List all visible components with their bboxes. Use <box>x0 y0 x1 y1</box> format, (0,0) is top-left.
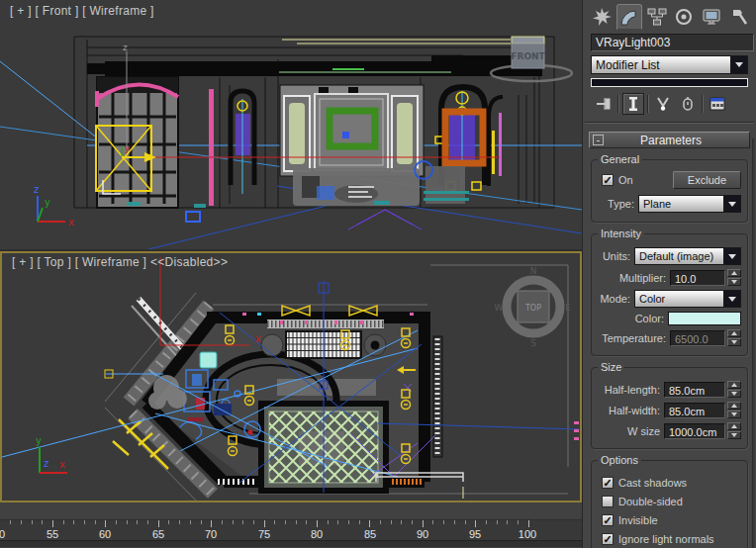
type-label: Type: <box>598 198 638 210</box>
units-label: Units: <box>598 250 634 262</box>
group-options: Options ✓ Cast shadows Double-sided ✓ In… <box>591 460 748 548</box>
motion-icon <box>673 6 695 28</box>
svg-text:z: z <box>44 458 48 469</box>
invisible-checkbox[interactable]: ✓ <box>602 514 614 526</box>
double-sided-checkbox[interactable] <box>602 496 614 507</box>
ruler-label: 90 <box>417 528 428 540</box>
chevron-down-icon[interactable] <box>723 291 740 307</box>
svg-text:y: y <box>45 197 50 208</box>
tab-create[interactable] <box>589 4 615 30</box>
display-icon <box>701 6 722 28</box>
tab-utilities[interactable] <box>725 4 752 30</box>
color-label: Color: <box>598 313 668 324</box>
viewport-top-label[interactable]: [ + ] [ Top ] [ Wireframe ] <<Disabled>> <box>12 255 228 269</box>
timeline-area: 0556065707580859095100 <box>0 502 582 548</box>
pin-stack-icon[interactable] <box>593 93 614 115</box>
ruler-tick <box>518 520 519 524</box>
tab-modify[interactable] <box>616 4 643 30</box>
rollout-title: Parameters <box>607 134 749 147</box>
exclude-button[interactable]: Exclude <box>673 171 741 189</box>
type-dropdown[interactable]: Plane <box>638 195 741 213</box>
multiplier-field[interactable]: 10.0 <box>670 270 725 286</box>
chevron-down-icon[interactable] <box>723 248 740 264</box>
time-slider-track[interactable] <box>0 502 582 520</box>
svg-text:S: S <box>530 338 536 348</box>
command-panel-tabs <box>583 0 756 30</box>
viewport-top[interactable]: [ + ] [ Top ] [ Wireframe ] <<Disabled>> <box>0 251 582 502</box>
ruler-tick <box>391 520 392 524</box>
on-label: On <box>618 174 633 186</box>
half-length-label: Half-length: <box>598 384 664 396</box>
svg-text:E: E <box>565 303 571 313</box>
front-axis-tripod: z x y <box>34 184 74 228</box>
viewcube-top-label[interactable]: TOP <box>524 304 541 313</box>
light-color-swatch[interactable] <box>668 312 741 325</box>
chevron-down-icon[interactable] <box>723 196 740 212</box>
viewcube-front-label[interactable]: FRONT <box>511 51 545 61</box>
ruler-tick <box>179 520 180 524</box>
tab-display[interactable] <box>699 4 725 30</box>
object-name-input[interactable] <box>591 34 754 51</box>
temperature-field[interactable]: 6500.0 <box>670 330 725 346</box>
ruler-tick <box>84 520 85 524</box>
ruler-label: 80 <box>311 528 323 540</box>
half-width-field[interactable]: 85.0cm <box>664 403 725 418</box>
make-unique-icon[interactable] <box>652 93 674 115</box>
ruler-tick <box>528 520 529 527</box>
viewport-front[interactable]: [ + ] [ Front ] [ Wireframe ] <box>0 0 582 251</box>
units-dropdown[interactable]: Default (image) <box>634 247 741 265</box>
ruler-tick <box>497 520 498 524</box>
svg-text:N: N <box>530 266 537 276</box>
ruler-tick <box>369 520 370 527</box>
w-size-field[interactable]: 1000.0cm <box>664 423 725 439</box>
ruler-tick <box>432 520 433 524</box>
ruler-tick <box>317 520 318 527</box>
tab-motion[interactable] <box>671 4 698 30</box>
modifier-stack-list[interactable] <box>591 78 748 87</box>
half-length-field[interactable]: 85.0cm <box>664 382 725 398</box>
modifier-list-dropdown[interactable]: Modifier List <box>591 55 748 74</box>
tab-hierarchy[interactable] <box>643 4 670 30</box>
ruler-label: 70 <box>205 528 217 540</box>
ruler-label: 0 <box>0 528 5 540</box>
half-width-label: Half-width: <box>598 405 664 416</box>
ruler-label: 65 <box>152 528 164 540</box>
show-end-result-icon[interactable] <box>622 93 644 115</box>
configure-modifier-sets-icon[interactable] <box>707 93 728 115</box>
half-width-spinner[interactable] <box>727 402 741 418</box>
ignore-light-normals-label: Ignore light normals <box>618 533 714 545</box>
ruler-tick <box>348 520 349 524</box>
track-ruler[interactable]: 0556065707580859095100 <box>0 520 582 540</box>
mode-label: Mode: <box>598 293 634 305</box>
collapse-icon[interactable]: - <box>593 135 604 145</box>
ruler-tick <box>443 520 444 524</box>
remove-modifier-icon[interactable] <box>677 93 699 115</box>
ruler-tick <box>423 520 424 527</box>
cast-shadows-checkbox[interactable]: ✓ <box>602 477 614 489</box>
modify-icon <box>618 6 640 28</box>
svg-text:x: x <box>68 217 74 228</box>
ruler-tick <box>158 520 159 527</box>
panel-scrollbar[interactable] <box>752 138 755 548</box>
on-checkbox[interactable]: ✓ <box>602 174 614 186</box>
ruler-label: 85 <box>364 528 376 540</box>
svg-text:x: x <box>59 459 65 470</box>
ruler-tick <box>10 520 11 524</box>
ruler-tick <box>296 520 297 524</box>
ruler-tick <box>73 520 74 524</box>
w-size-spinner[interactable] <box>727 422 741 439</box>
parameters-rollout-header[interactable]: - Parameters <box>589 132 750 148</box>
viewcube-top[interactable]: N S E W TOP <box>495 266 572 348</box>
mode-dropdown[interactable]: Color <box>634 290 741 308</box>
chevron-down-icon[interactable] <box>730 56 747 73</box>
multiplier-spinner[interactable] <box>727 269 741 286</box>
viewport-front-label[interactable]: [ + ] [ Front ] [ Wireframe ] <box>10 4 154 18</box>
ruler-tick <box>147 520 148 524</box>
ruler-tick <box>264 520 265 527</box>
half-length-spinner[interactable] <box>727 381 741 398</box>
ruler-tick <box>475 520 476 527</box>
front-door <box>95 77 214 208</box>
ruler-tick <box>242 520 243 524</box>
temperature-spinner[interactable] <box>727 329 741 346</box>
ignore-light-normals-checkbox[interactable]: ✓ <box>602 533 614 545</box>
